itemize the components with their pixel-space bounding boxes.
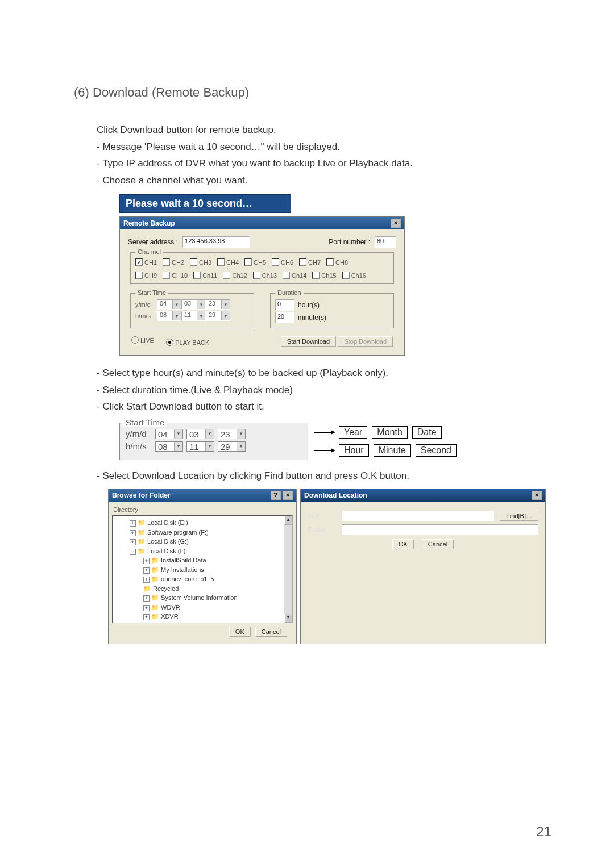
tree-node[interactable]: +📁 Local Disk (E:)	[118, 518, 290, 528]
mode-playback-radio[interactable]: PLAY BACK	[166, 339, 209, 346]
date-combo[interactable]: 08▼	[155, 441, 183, 452]
channel-ch5[interactable]: CH5	[244, 258, 266, 266]
expand-icon[interactable]: +	[143, 567, 150, 574]
chevron-down-icon[interactable]: ▼	[197, 300, 205, 309]
tree-node-label: opencv_core_b1_5	[161, 575, 214, 582]
close-icon[interactable]: ×	[532, 491, 542, 500]
please-wait-banner: Please wait a 10 second…	[119, 194, 291, 213]
channel-ch3[interactable]: CH3	[190, 258, 211, 266]
tree-node[interactable]: +📁 My Installations	[118, 565, 290, 575]
chevron-down-icon[interactable]: ▼	[197, 311, 205, 320]
server-address-input[interactable]: 123.456.33.98	[182, 236, 250, 248]
dloc-cancel-button[interactable]: Cancel	[422, 539, 454, 549]
expand-icon[interactable]: +	[130, 539, 136, 545]
date-combo[interactable]: 11▼	[181, 311, 206, 321]
expand-icon[interactable]: +	[143, 605, 150, 611]
expand-icon[interactable]: +	[130, 520, 136, 527]
tree-node[interactable]: +📁 Software program (F:)	[118, 528, 290, 537]
tree-node[interactable]: +📁 xweb	[118, 621, 290, 624]
tree-node[interactable]: +📁 WDVR	[118, 603, 290, 612]
tree-node[interactable]: +📁 Local Disk (G:)	[118, 537, 290, 546]
download-location-title: Download Location	[304, 491, 367, 499]
date-combo[interactable]: 03▼	[186, 429, 214, 439]
date-combo[interactable]: 03▼	[181, 299, 206, 310]
date-combo[interactable]: 23▼	[218, 429, 246, 439]
channel-ch6[interactable]: CH6	[272, 258, 293, 266]
expand-icon[interactable]: +	[143, 595, 150, 602]
chevron-down-icon[interactable]: ▼	[205, 429, 214, 439]
tree-node[interactable]: +📁 XDVR	[118, 612, 290, 621]
folder-icon: 📁	[151, 604, 161, 611]
date-combo[interactable]: 29▼	[206, 311, 230, 321]
channel-label: Ch14	[292, 272, 306, 279]
date-combo[interactable]: 04▼	[157, 299, 181, 310]
chevron-down-icon[interactable]: ▼	[237, 429, 245, 439]
expand-icon[interactable]: +	[143, 614, 150, 620]
scrollbar[interactable]: ▲ ▼	[284, 516, 292, 623]
chevron-down-icon[interactable]: ▼	[221, 300, 230, 309]
date-combo[interactable]: 11▼	[186, 441, 214, 452]
channel-ch14[interactable]: Ch14	[283, 272, 306, 279]
channel-ch13[interactable]: Ch13	[253, 272, 277, 279]
tree-node[interactable]: +📁 InstallShild Data	[118, 556, 290, 565]
tree-node[interactable]: +📁 opencv_core_b1_5	[118, 574, 290, 584]
channel-ch1[interactable]: ✔CH1	[135, 258, 157, 266]
chevron-down-icon[interactable]: ▼	[221, 311, 230, 320]
expand-icon[interactable]: −	[130, 549, 136, 555]
help-icon[interactable]: ?	[271, 491, 281, 500]
tree-node[interactable]: −📁 Local Disk (I:)	[118, 546, 290, 556]
duration-minutes-input[interactable]: 20	[275, 312, 294, 323]
close-icon[interactable]: ×	[283, 491, 293, 500]
folder-icon: 📁	[138, 529, 147, 536]
chevron-down-icon[interactable]: ▼	[174, 429, 182, 439]
find-button[interactable]: Find[B]…	[500, 511, 538, 521]
browse-cancel-button[interactable]: Cancel	[255, 627, 287, 637]
chevron-down-icon[interactable]: ▼	[237, 442, 245, 451]
folder-tree[interactable]: +📁 Local Disk (E:)+📁 Software program (F…	[112, 515, 293, 623]
date-combo[interactable]: 08▼	[157, 311, 181, 321]
close-icon[interactable]: ×	[391, 219, 401, 228]
tree-node-label: InstallShild Data	[161, 557, 206, 564]
stop-download-button[interactable]: Stop Download	[338, 336, 393, 347]
folder-input[interactable]	[342, 524, 538, 535]
directory-label: Directory	[113, 506, 293, 513]
expand-icon[interactable]: +	[143, 577, 150, 583]
path-input[interactable]	[342, 511, 494, 521]
channel-ch10[interactable]: CH10	[163, 272, 188, 279]
channel-ch12[interactable]: Ch12	[223, 272, 247, 279]
channel-label: CH9	[144, 272, 157, 279]
duration-hours-input[interactable]: 0	[275, 299, 294, 311]
channel-ch11[interactable]: Ch11	[193, 272, 217, 279]
channel-ch8[interactable]: CH8	[326, 258, 348, 266]
tree-node-label: Recycled	[153, 585, 179, 592]
channel-ch9[interactable]: CH9	[135, 272, 157, 279]
dloc-ok-button[interactable]: OK	[392, 539, 414, 549]
channel-ch7[interactable]: CH7	[299, 258, 321, 266]
duration-hours-label: hour(s)	[298, 301, 320, 309]
tree-node[interactable]: 📁 Recycled	[118, 584, 290, 594]
chevron-down-icon[interactable]: ▼	[205, 442, 214, 451]
folder-icon: 📁	[143, 585, 153, 592]
channel-ch15[interactable]: Ch15	[312, 272, 336, 279]
chevron-down-icon[interactable]: ▼	[172, 311, 181, 320]
channel-label: CH7	[308, 259, 321, 266]
port-number-input[interactable]: 80	[375, 236, 396, 248]
tree-node[interactable]: +📁 System Volume Information	[118, 593, 290, 603]
chevron-down-icon[interactable]: ▼	[172, 300, 181, 309]
mode-live-radio[interactable]: LIVE	[131, 336, 154, 344]
tree-node-label: XDVR	[161, 613, 179, 620]
date-combo[interactable]: 04▼	[155, 429, 183, 439]
date-combo[interactable]: 23▼	[206, 299, 230, 310]
expand-icon[interactable]: +	[130, 530, 136, 536]
chevron-down-icon[interactable]: ▼	[174, 442, 182, 451]
expand-icon[interactable]: +	[143, 558, 150, 564]
scroll-down-icon[interactable]: ▼	[284, 614, 292, 623]
channel-ch4[interactable]: CH4	[217, 258, 239, 266]
start-download-button[interactable]: Start Download	[281, 336, 336, 347]
channel-ch2[interactable]: CH2	[163, 258, 184, 266]
mode-live-label: LIVE	[140, 337, 154, 344]
channel-ch16[interactable]: Ch16	[342, 272, 366, 279]
browse-ok-button[interactable]: OK	[229, 627, 251, 637]
date-combo[interactable]: 29▼	[218, 441, 246, 452]
scroll-up-icon[interactable]: ▲	[284, 516, 292, 525]
